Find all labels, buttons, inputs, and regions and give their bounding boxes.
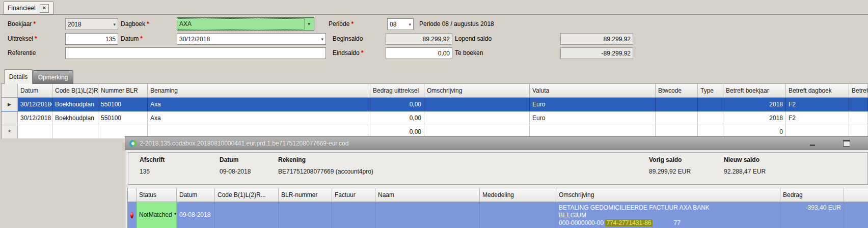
- chevron-down-icon[interactable]: ▾: [319, 37, 323, 42]
- cell-betreft-dagboek[interactable]: F2: [786, 111, 849, 125]
- cell-mededeling[interactable]: [480, 202, 556, 228]
- required-marker: *: [35, 35, 37, 42]
- cell-betreft-boekjaar[interactable]: 2018: [723, 111, 786, 125]
- cell-datum[interactable]: 30/12/2018▾: [18, 98, 52, 111]
- column-header-betreft-boekjaar[interactable]: Betreft boekjaar: [723, 84, 786, 97]
- table-row[interactable]: 30/12/2018 Boekhoudplan 550100 Axa 0,00 …: [2, 111, 868, 125]
- column-header-benaming[interactable]: Benaming: [148, 84, 370, 97]
- datum-input[interactable]: 30/12/2018 ▾: [177, 33, 326, 45]
- eindsaldo-input[interactable]: 0,00: [386, 47, 452, 59]
- column-header-code[interactable]: Code B(1)L(2)R...: [215, 188, 279, 202]
- column-header-datum[interactable]: Datum: [18, 84, 52, 97]
- matched-reference-highlight: 774-2771431-86: [605, 219, 652, 226]
- rekening-value: BE71751208077669 (account4pro): [278, 168, 373, 175]
- cell-code[interactable]: [52, 125, 98, 138]
- column-header-omschrijving[interactable]: Omschrijving: [424, 84, 530, 97]
- column-header-betreft-dagboek[interactable]: Betreft dagboek: [786, 84, 849, 97]
- cell-code[interactable]: [215, 202, 279, 228]
- transactions-table-header: Status Datum Code B(1)L(2)R... BLR-numme…: [128, 188, 868, 202]
- column-header-code[interactable]: Code B(1)L(2)R(3): [52, 84, 98, 97]
- column-header-bedrag[interactable]: Bedrag: [780, 188, 844, 202]
- lopend-saldo-label: Lopend saldo: [455, 35, 492, 42]
- cell-benaming[interactable]: Axa: [148, 111, 370, 125]
- cell-betref[interactable]: [849, 111, 868, 125]
- boekjaar-select[interactable]: 2018 ▾: [65, 18, 118, 30]
- dagboek-select[interactable]: AXA ▾: [177, 17, 314, 31]
- column-header-blr-nummer[interactable]: BLR-nummer: [279, 188, 332, 202]
- column-header-type[interactable]: Type: [698, 84, 723, 97]
- cell-omschrijving[interactable]: [424, 98, 530, 111]
- cell-omschrijving[interactable]: BETALING GEDOMICILIEERDE FACTUUR AXA BAN…: [556, 202, 780, 228]
- vorig-saldo-label: Vorig saldo: [649, 156, 682, 163]
- codabox-window: 2-2018.135.codabox.20180810000441.eur.pr…: [125, 136, 868, 228]
- column-header-nummer-blr[interactable]: Nummer BLR: [98, 84, 148, 97]
- column-header-omschrijving[interactable]: Omschrijving: [556, 188, 780, 202]
- cell-code[interactable]: Boekhoudplan: [52, 111, 98, 125]
- cell-filler: [844, 202, 868, 228]
- cell-bedrag[interactable]: -393,40 EUR: [780, 202, 844, 228]
- red-status-icon: [130, 212, 133, 218]
- cell-datum[interactable]: 30/12/2018: [18, 111, 52, 125]
- cell-betreft-boekjaar[interactable]: 2018: [723, 98, 786, 111]
- cell-betref[interactable]: [849, 98, 868, 111]
- te-boeken-label: Te boeken: [455, 49, 483, 56]
- cell-factuur[interactable]: [332, 202, 375, 228]
- cell-valuta[interactable]: Euro: [530, 98, 656, 111]
- periode-description: Periode 08 / augustus 2018: [419, 20, 494, 27]
- cell-betreft-dagboek[interactable]: F2: [786, 98, 849, 111]
- maximize-icon[interactable]: [841, 139, 852, 148]
- cell-datum[interactable]: [18, 125, 52, 138]
- cell-bedrag[interactable]: 0,00: [370, 98, 424, 111]
- cell-blr-nummer[interactable]: [279, 202, 332, 228]
- column-header-btwcode[interactable]: Btwcode: [656, 84, 698, 97]
- datum-value: 09-08-2018: [220, 168, 251, 175]
- cell-omschrijving[interactable]: [424, 111, 530, 125]
- cell-nummer-blr[interactable]: 550100: [98, 111, 148, 125]
- column-header-mededeling[interactable]: Mededeling: [480, 188, 556, 202]
- cell-nummer-blr[interactable]: 550100: [98, 98, 148, 111]
- chevron-down-icon[interactable]: ▾: [304, 18, 313, 30]
- cell-btwcode[interactable]: [656, 98, 698, 111]
- row-selector[interactable]: [2, 111, 18, 125]
- cell-benaming[interactable]: Axa: [148, 98, 370, 111]
- tab-opmerking[interactable]: Opmerking: [33, 70, 73, 84]
- column-header-bedrag-uittreksel[interactable]: Bedrag uittreksel: [370, 84, 424, 97]
- cell-type[interactable]: [698, 111, 723, 125]
- omschrijving-line3: 000-0000000-00 774-2771431-8677: [559, 219, 777, 227]
- cell-bedrag[interactable]: 0,00: [370, 111, 424, 125]
- column-header-factuur[interactable]: Factuur: [332, 188, 375, 202]
- afschrift-value: 135: [140, 168, 150, 175]
- required-marker: *: [147, 20, 149, 27]
- cell-code[interactable]: Boekhoudplan: [52, 98, 98, 111]
- periode-select[interactable]: 08 ▾: [387, 18, 414, 30]
- cell-btwcode[interactable]: [656, 111, 698, 125]
- chevron-down-icon[interactable]: ▾: [111, 22, 116, 27]
- column-header-datum[interactable]: Datum: [177, 188, 215, 202]
- chevron-down-icon[interactable]: ▾: [406, 22, 411, 27]
- cell-naam[interactable]: [375, 202, 480, 228]
- column-header-valuta[interactable]: Valuta: [530, 84, 656, 97]
- column-header-status[interactable]: Status: [137, 188, 177, 202]
- column-header-betref[interactable]: Betref: [849, 84, 868, 97]
- referentie-input[interactable]: [65, 47, 326, 59]
- nieuw-saldo-label: Nieuw saldo: [724, 156, 760, 163]
- minimize-icon[interactable]: [807, 139, 818, 148]
- chevron-down-icon[interactable]: ▾: [172, 211, 177, 216]
- status-select[interactable]: NotMatched ▾: [137, 202, 177, 228]
- cell-type[interactable]: [698, 98, 723, 111]
- uittreksel-input[interactable]: 135: [65, 33, 118, 45]
- tab-details[interactable]: Details: [4, 69, 33, 84]
- cell-valuta[interactable]: Euro: [530, 111, 656, 125]
- lopend-saldo-field: 89.299,92: [560, 33, 633, 45]
- cell-datum[interactable]: 09-08-2018: [177, 202, 215, 228]
- tab-financieel[interactable]: Financieel ✕: [3, 2, 53, 14]
- required-marker: *: [361, 49, 364, 56]
- column-header-naam[interactable]: Naam: [375, 188, 480, 202]
- codabox-window-titlebar[interactable]: 2-2018.135.codabox.20180810000441.eur.pr…: [125, 137, 868, 150]
- details-grid-header: Datum Code B(1)L(2)R(3) Nummer BLR Benam…: [2, 84, 868, 98]
- table-row-selected[interactable]: ▶ 30/12/2018▾ Boekhoudplan 550100 Axa 0,…: [2, 98, 868, 111]
- transaction-row-selected[interactable]: NotMatched ▾ 09-08-2018 BETALING GEDOMIC…: [128, 202, 868, 228]
- codabox-app-icon: [129, 139, 137, 148]
- afschrift-label: Afschrift: [140, 156, 165, 163]
- close-icon[interactable]: ✕: [40, 4, 49, 13]
